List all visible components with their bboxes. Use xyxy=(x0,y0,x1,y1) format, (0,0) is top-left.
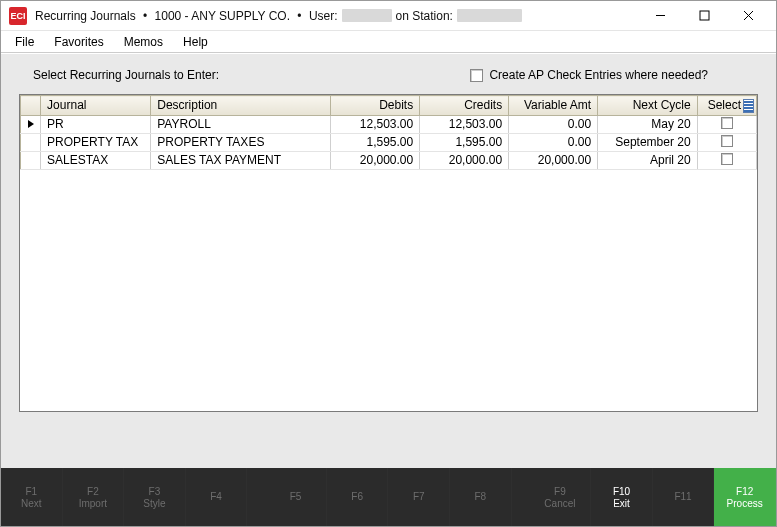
fkey-f4[interactable]: F4 xyxy=(186,468,248,526)
fkey-f3[interactable]: F3Style xyxy=(124,468,186,526)
fkey-f5[interactable]: F5 xyxy=(265,468,327,526)
ap-check-option[interactable]: Create AP Check Entries where needed? xyxy=(470,68,708,82)
cell-journal: PR xyxy=(41,115,151,133)
cell-description: PROPERTY TAXES xyxy=(151,133,331,151)
row-header-col xyxy=(21,96,41,116)
fkey-f8[interactable]: F8 xyxy=(450,468,512,526)
cell-next-cycle: May 20 xyxy=(598,115,698,133)
cell-select[interactable] xyxy=(697,151,756,169)
row-select-checkbox[interactable] xyxy=(721,153,733,165)
row-select-checkbox[interactable] xyxy=(721,135,733,147)
col-next-cycle[interactable]: Next Cycle xyxy=(598,96,698,116)
row-indicator xyxy=(21,151,41,169)
ap-check-label: Create AP Check Entries where needed? xyxy=(489,68,708,82)
title-station-label: on Station: xyxy=(396,9,453,23)
maximize-button[interactable] xyxy=(682,2,726,30)
fkey-f7[interactable]: F7 xyxy=(388,468,450,526)
cell-credits: 20,000.00 xyxy=(420,151,509,169)
menu-memos[interactable]: Memos xyxy=(114,33,173,51)
cell-description: PAYROLL xyxy=(151,115,331,133)
col-credits[interactable]: Credits xyxy=(420,96,509,116)
title-bar: ECI Recurring Journals • 1000 - ANY SUPP… xyxy=(1,1,776,31)
col-description[interactable]: Description xyxy=(151,96,331,116)
title-window-name: Recurring Journals xyxy=(35,9,136,23)
table-row[interactable]: PRPAYROLL12,503.0012,503.000.00May 20 xyxy=(21,115,757,133)
table-row[interactable]: SALESTAXSALES TAX PAYMENT20,000.0020,000… xyxy=(21,151,757,169)
menu-bar: File Favorites Memos Help xyxy=(1,31,776,53)
cell-description: SALES TAX PAYMENT xyxy=(151,151,331,169)
col-journal[interactable]: Journal xyxy=(41,96,151,116)
cell-debits: 12,503.00 xyxy=(331,115,420,133)
fkey-f2[interactable]: F2Import xyxy=(63,468,125,526)
cell-journal: PROPERTY TAX xyxy=(41,133,151,151)
fkey-f10[interactable]: F10Exit xyxy=(591,468,653,526)
cell-next-cycle: September 20 xyxy=(598,133,698,151)
app-icon: ECI xyxy=(9,7,27,25)
title-company: 1000 - ANY SUPPLY CO. xyxy=(155,9,290,23)
row-indicator xyxy=(21,133,41,151)
cell-journal: SALESTAX xyxy=(41,151,151,169)
cell-credits: 1,595.00 xyxy=(420,133,509,151)
content-area: Select Recurring Journals to Enter: Crea… xyxy=(1,53,776,468)
cell-variable-amt: 0.00 xyxy=(509,115,598,133)
table-row[interactable]: PROPERTY TAXPROPERTY TAXES1,595.001,595.… xyxy=(21,133,757,151)
title-user-label: User: xyxy=(309,9,338,23)
title-station-redacted xyxy=(457,9,522,22)
ap-check-checkbox[interactable] xyxy=(470,69,483,82)
prompt-label: Select Recurring Journals to Enter: xyxy=(33,68,219,82)
fkey-f1[interactable]: F1Next xyxy=(1,468,63,526)
cell-select[interactable] xyxy=(697,133,756,151)
fkey-f6[interactable]: F6 xyxy=(327,468,389,526)
col-variable-amt[interactable]: Variable Amt xyxy=(509,96,598,116)
fkey-f12[interactable]: F12Process xyxy=(714,468,776,526)
menu-help[interactable]: Help xyxy=(173,33,218,51)
function-key-bar: F1Next F2Import F3Style F4 F5 F6 F7 F8 F… xyxy=(1,468,776,526)
menu-favorites[interactable]: Favorites xyxy=(44,33,113,51)
row-select-checkbox[interactable] xyxy=(721,117,733,129)
cell-credits: 12,503.00 xyxy=(420,115,509,133)
title-user-redacted xyxy=(342,9,392,22)
row-indicator xyxy=(21,115,41,133)
svg-rect-1 xyxy=(700,11,709,20)
cell-debits: 20,000.00 xyxy=(331,151,420,169)
journals-grid[interactable]: Journal Description Debits Credits Varia… xyxy=(19,94,758,412)
minimize-button[interactable] xyxy=(638,2,682,30)
fkey-f11[interactable]: F11 xyxy=(653,468,715,526)
window-title: Recurring Journals • 1000 - ANY SUPPLY C… xyxy=(35,9,638,23)
col-debits[interactable]: Debits xyxy=(331,96,420,116)
fkey-f9[interactable]: F9Cancel xyxy=(530,468,592,526)
cell-next-cycle: April 20 xyxy=(598,151,698,169)
menu-file[interactable]: File xyxy=(5,33,44,51)
cell-debits: 1,595.00 xyxy=(331,133,420,151)
cell-variable-amt: 0.00 xyxy=(509,133,598,151)
col-select[interactable]: Select xyxy=(697,96,756,116)
cell-select[interactable] xyxy=(697,115,756,133)
cell-variable-amt: 20,000.00 xyxy=(509,151,598,169)
select-all-icon[interactable] xyxy=(743,99,754,113)
close-button[interactable] xyxy=(726,2,770,30)
